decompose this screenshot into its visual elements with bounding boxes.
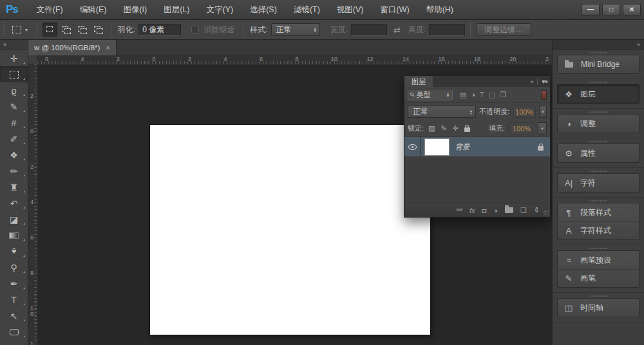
opacity-value[interactable]: 100% <box>513 106 536 118</box>
menu-item-5[interactable]: 选择(S) <box>242 0 285 19</box>
feather-input[interactable] <box>138 24 181 36</box>
document-canvas[interactable] <box>150 125 430 335</box>
menu-item-0[interactable]: 文件(F) <box>28 0 71 19</box>
add-layer-mask-icon[interactable]: ◘ <box>482 207 487 214</box>
refine-edge-button[interactable]: 调整边缘… <box>476 23 531 36</box>
marquee-tool[interactable] <box>0 66 28 82</box>
layer-lock-icon <box>538 146 544 151</box>
panel-resize-grip[interactable] <box>544 210 549 216</box>
spot-healing-brush-tool[interactable]: ❖ <box>0 147 28 163</box>
antialias-checkbox[interactable] <box>191 26 199 33</box>
dock-item-timeline[interactable]: ◫时间轴 <box>558 299 639 317</box>
tools-panel-collapse[interactable]: » <box>0 40 28 50</box>
path-selection-tool[interactable]: ↖ <box>0 308 28 324</box>
dock-group-grip[interactable] <box>590 82 607 83</box>
subtract-from-selection-mode-button[interactable] <box>75 23 90 37</box>
quick-selection-tool[interactable]: ✎ <box>0 98 28 115</box>
new-layer-icon[interactable]: ❏ <box>520 206 527 214</box>
filter-type-layers-icon[interactable]: T <box>480 91 484 98</box>
move-tool[interactable]: ✛ <box>0 50 28 66</box>
history-brush-tool[interactable]: ↶ <box>0 195 28 211</box>
dock-group-grip[interactable] <box>590 171 607 172</box>
crop-tool[interactable]: # <box>0 115 28 131</box>
dock-item-character-styles[interactable]: A字符样式 <box>558 221 639 239</box>
menu-item-3[interactable]: 图层(L) <box>155 0 198 19</box>
panel-collapse-icon[interactable]: » <box>530 79 533 85</box>
eraser-tool[interactable]: ◪ <box>0 211 28 227</box>
maximize-button[interactable]: □ <box>602 4 620 15</box>
layer-row[interactable]: 背景 <box>404 137 550 156</box>
dock-item-character[interactable]: A|字符 <box>558 174 639 192</box>
layer-filter-type-select[interactable]: ⚲ 类型 ▴▾ <box>408 89 453 100</box>
menu-item-2[interactable]: 图像(I) <box>115 0 155 19</box>
type-tool[interactable]: T <box>0 292 28 308</box>
dock-group-grip[interactable] <box>590 248 607 249</box>
height-input[interactable] <box>429 24 465 36</box>
dock-group-grip[interactable] <box>590 200 607 201</box>
gradient-tool[interactable] <box>0 227 28 243</box>
dock-item-brush[interactable]: ✎画笔 <box>558 269 639 287</box>
lock-position-icon[interactable]: ✛ <box>453 124 459 133</box>
tool-preset-picker[interactable]: ▾ <box>8 24 32 35</box>
vruler-label: 6 <box>29 235 35 241</box>
layer-filter-toggle[interactable] <box>541 90 547 100</box>
close-tab-icon[interactable]: × <box>106 44 109 51</box>
new-adjustment-layer-icon[interactable]: ◑ <box>493 207 498 214</box>
link-layers-icon[interactable]: ⚯ <box>457 206 462 214</box>
menu-item-6[interactable]: 滤镜(T) <box>285 0 328 19</box>
menu-item-4[interactable]: 文字(Y) <box>198 0 242 19</box>
menu-item-7[interactable]: 视图(V) <box>328 0 372 19</box>
width-input[interactable] <box>351 24 387 36</box>
dock-item-brush-presets[interactable]: ≈画笔预设 <box>558 251 639 269</box>
filter-smart-objects-icon[interactable]: ❒ <box>500 91 506 99</box>
dock-item-adjustments[interactable]: ◑调整 <box>558 115 639 133</box>
swap-dimensions-icon[interactable]: ⇄ <box>393 25 401 35</box>
delete-layer-icon[interactable]: ⚱ <box>534 206 540 214</box>
menu-item-8[interactable]: 窗口(W) <box>372 0 418 19</box>
layer-visibility-cell[interactable] <box>404 137 421 156</box>
style-select[interactable]: 正常 ▴▾ <box>271 23 320 36</box>
layers-panel-tab[interactable]: 图层 <box>404 76 433 87</box>
minimize-button[interactable]: — <box>582 4 600 15</box>
dock-item-mini-bridge[interactable]: Mini Bridge <box>558 55 639 73</box>
dock-group-grip[interactable] <box>590 111 607 113</box>
dock-group-grip[interactable] <box>590 141 607 142</box>
eyedropper-tool[interactable]: ✐ <box>0 131 28 147</box>
filter-pixel-layers-icon[interactable]: ▤ <box>460 91 466 99</box>
panel-menu-icon[interactable]: ▾≡ <box>542 78 547 85</box>
clone-stamp-tool[interactable]: ♜ <box>0 179 28 195</box>
lock-pixels-icon[interactable]: ✎ <box>440 124 446 133</box>
lock-transparency-icon[interactable]: ▨ <box>428 124 435 133</box>
brush-tool[interactable]: ✏ <box>0 163 28 179</box>
blend-mode-select[interactable]: 正常 ▴▾ <box>408 106 476 118</box>
fill-value[interactable]: 100% <box>509 122 533 135</box>
new-group-icon[interactable] <box>505 207 513 213</box>
options-bar-grip[interactable] <box>1 22 6 37</box>
layer-thumbnail[interactable] <box>424 138 450 156</box>
ruler-corner[interactable] <box>28 55 37 64</box>
close-button[interactable]: ✕ <box>623 4 641 15</box>
dock-collapse[interactable]: « <box>553 40 644 50</box>
dodge-tool[interactable]: ⚲ <box>0 259 28 275</box>
dock-group-grip[interactable] <box>590 295 607 297</box>
shape-tool[interactable] <box>0 324 28 340</box>
new-selection-mode-button[interactable] <box>43 23 57 37</box>
intersect-selection-mode-button[interactable] <box>91 23 106 37</box>
menu-item-1[interactable]: 编辑(E) <box>71 0 115 19</box>
dock-group-grip[interactable] <box>590 52 607 53</box>
filter-shape-layers-icon[interactable]: ▢ <box>489 91 495 99</box>
filter-adjustment-layers-icon[interactable]: ◑ <box>471 91 475 98</box>
menu-item-9[interactable]: 帮助(H) <box>418 0 462 19</box>
add-to-selection-mode-button[interactable] <box>59 23 73 37</box>
pen-tool[interactable]: ✒ <box>0 275 28 292</box>
opacity-dropdown-icon[interactable]: ▾ <box>539 106 547 118</box>
blur-tool[interactable]: ♠ <box>0 243 28 259</box>
lasso-tool[interactable]: ϱ <box>0 82 28 98</box>
dock-item-layers[interactable]: ❖图层 <box>558 85 639 103</box>
dock-item-paragraph-styles[interactable]: ¶段落样式 <box>558 203 639 221</box>
document-tab[interactable]: w @ 100%(RGB/8*) × <box>28 40 117 55</box>
fill-dropdown-icon[interactable]: ▾ <box>538 122 547 135</box>
lock-all-icon[interactable] <box>464 127 470 132</box>
dock-item-properties[interactable]: ⚙属性 <box>558 144 639 162</box>
layer-style-icon[interactable]: fx <box>469 207 475 214</box>
